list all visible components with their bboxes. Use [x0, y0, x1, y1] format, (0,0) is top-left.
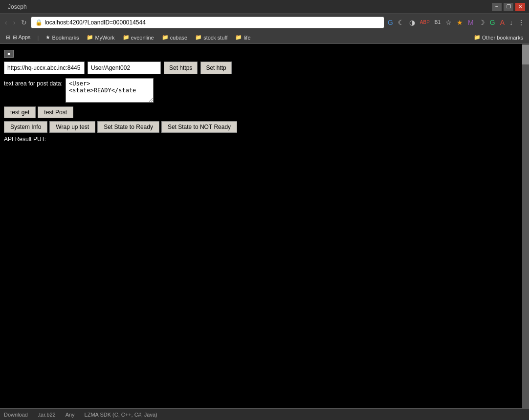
folder-icon-life: 📁 [235, 34, 242, 41]
bookmark-cubase[interactable]: 📁 cubase [160, 33, 189, 42]
bookmark-bookmarks[interactable]: ★ Bookmarks [44, 33, 81, 42]
folder-icon-mywork: 📁 [87, 34, 93, 41]
apps-label: ⊞ Apps [13, 34, 31, 41]
secure-icon: 🔒 [35, 19, 43, 26]
bookmark-star-icon2: ★ [45, 34, 50, 41]
night-icon[interactable]: ☽ [477, 18, 486, 27]
set-http-button[interactable]: Set http [200, 62, 231, 74]
download-icon[interactable]: ↓ [508, 18, 514, 27]
moon-icon[interactable]: ☾ [397, 18, 406, 27]
bookmark-life[interactable]: 📁 life [233, 33, 252, 42]
url-input[interactable] [44, 19, 380, 26]
bookmark-mywork[interactable]: 📁 MyWork [85, 33, 116, 42]
restore-button[interactable]: ❐ [504, 3, 513, 11]
bookmark-eveonline-label: eveonline [131, 35, 154, 41]
bookmark-star-icon[interactable]: ☆ [444, 18, 453, 27]
set-https-button[interactable]: Set https [164, 62, 198, 74]
title-bar-user: Joseph [4, 3, 27, 10]
post-data-row: text area for post data: <User> <state>R… [4, 78, 525, 103]
back-button[interactable]: ‹ [3, 18, 9, 27]
browser-toolbar: ‹ › ↻ 🔒 G ☾ ◑ ABP B1 ☆ ★ M ☽ G A ↓ ⋮ [0, 14, 529, 31]
ext3-icon[interactable]: G [488, 18, 497, 27]
sync-icon[interactable]: G [386, 18, 395, 27]
bookmark-stock[interactable]: 📁 stock stuff [193, 33, 229, 42]
test-get-button[interactable]: test get [4, 106, 36, 118]
set-not-ready-button[interactable]: Set State to NOT Ready [161, 121, 237, 133]
title-bar-controls: − ❐ ✕ [492, 3, 525, 11]
download-description: LZMA SDK (C, C++, C#, Java) [85, 412, 157, 418]
title-bar: Joseph − ❐ ✕ [0, 0, 529, 14]
forward-button[interactable]: › [11, 18, 18, 27]
post-data-textarea[interactable]: <User> <state>READY</state [66, 78, 154, 103]
bookmarks-bar: ⊞ ⊞ Apps | ★ Bookmarks 📁 MyWork 📁 eveonl… [0, 31, 529, 44]
system-info-button[interactable]: System Info [4, 121, 47, 133]
apps-button[interactable]: ⊞ ⊞ Apps [4, 33, 33, 42]
bookmark-filled-icon[interactable]: ★ [455, 18, 464, 27]
bookmark-bookmarks-label: Bookmarks [52, 35, 79, 41]
download-filename: .tar.b22 [38, 412, 56, 418]
other-bookmarks-label: Other bookmarks [482, 35, 523, 41]
bookmark-stock-label: stock stuff [203, 35, 227, 41]
other-bookmarks[interactable]: 📁 Other bookmarks [472, 33, 525, 42]
status-bar: Download .tar.b22 Any LZMA SDK (C, C++, … [0, 408, 529, 420]
post-data-label: text area for post data: [4, 78, 63, 87]
menu-icon[interactable]: ⋮ [516, 18, 526, 27]
page-content: ■ Set https Set http text area for post … [0, 44, 529, 408]
scroll-thumb[interactable] [522, 45, 529, 64]
minimize-button[interactable]: − [492, 3, 502, 11]
api-url-input[interactable] [4, 62, 85, 74]
scroll-track[interactable] [522, 44, 529, 408]
test-post-button[interactable]: test Post [38, 106, 73, 118]
url-bar-container: 🔒 [31, 17, 384, 28]
wrap-up-button[interactable]: Wrap up test [49, 121, 95, 133]
bookmark-eveonline[interactable]: 📁 eveonline [121, 33, 156, 42]
close-button[interactable]: ✕ [515, 3, 525, 11]
toolbar-row: Set https Set http [4, 62, 525, 74]
ext1-icon[interactable]: B1 [433, 19, 442, 26]
bookmark-cubase-label: cubase [170, 35, 187, 41]
folder-icon-cubase: 📁 [162, 34, 169, 41]
theme-icon[interactable]: ◑ [408, 18, 417, 27]
api-result-label: API Result PUT: [4, 136, 525, 143]
download-type: Any [66, 412, 75, 418]
set-ready-button[interactable]: Set State to Ready [97, 121, 159, 133]
small-action-button[interactable]: ■ [4, 50, 14, 58]
ext4-icon[interactable]: A [499, 18, 506, 27]
folder-icon-stock: 📁 [195, 34, 202, 41]
reload-button[interactable]: ↻ [19, 18, 29, 27]
download-status-label: Download [4, 412, 28, 418]
bookmark-life-label: life [243, 35, 250, 41]
browser-icons: G ☾ ◑ ABP B1 ☆ ★ M ☽ G A ↓ ⋮ [386, 18, 526, 27]
adblock-icon[interactable]: ABP [419, 19, 431, 26]
user-agent-input[interactable] [88, 62, 161, 74]
apps-icon: ⊞ [6, 34, 10, 41]
folder-icon-other: 📁 [474, 34, 481, 41]
folder-icon-eveonline: 📁 [123, 34, 130, 41]
bookmark-mywork-label: MyWork [95, 35, 114, 41]
ext2-icon[interactable]: M [466, 18, 475, 27]
test-buttons-row: test get test Post [4, 106, 525, 118]
action-buttons-row: System Info Wrap up test Set State to Re… [4, 121, 525, 133]
